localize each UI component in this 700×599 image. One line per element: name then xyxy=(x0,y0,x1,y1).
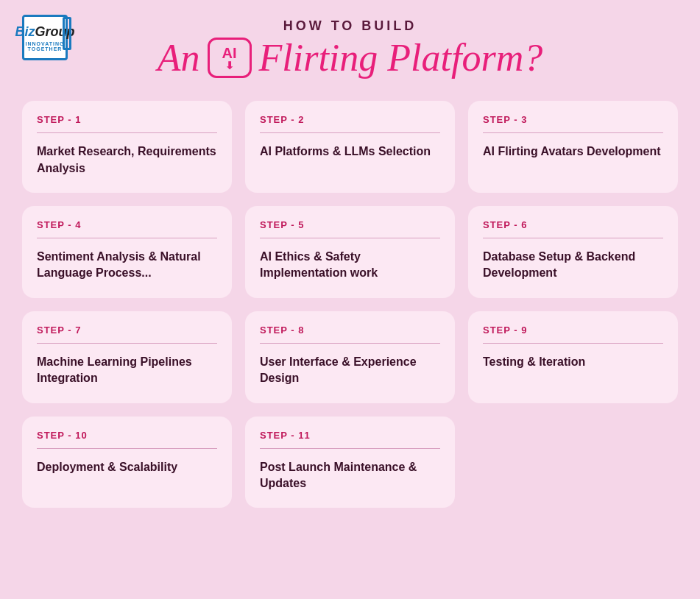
step-card-3: STEP - 3AI Flirting Avatars Development xyxy=(468,101,678,193)
ai-badge-arrow: ⬇ xyxy=(225,60,234,71)
step-title-3: AI Flirting Avatars Development xyxy=(483,143,663,160)
title-section: HOW TO BUILD An AI ⬇ Flirting Platform? xyxy=(158,15,542,79)
step-label-10: STEP - 10 xyxy=(37,430,217,441)
step-label-8: STEP - 8 xyxy=(260,325,440,336)
step-label-6: STEP - 6 xyxy=(483,219,663,230)
step-card-7: STEP - 7Machine Learning Pipelines Integ… xyxy=(22,311,232,403)
step-card-6: STEP - 6Database Setup & Backend Develop… xyxy=(468,206,678,298)
step-label-7: STEP - 7 xyxy=(37,325,217,336)
title-part2: Flirting Platform? xyxy=(259,37,543,79)
step-card-11: STEP - 11Post Launch Maintenance & Updat… xyxy=(245,417,455,508)
logo-biz-text: Biz xyxy=(15,24,35,40)
steps-grid: STEP - 1Market Research, Requirements An… xyxy=(22,101,678,508)
step-label-4: STEP - 4 xyxy=(37,219,217,230)
step-label-5: STEP - 5 xyxy=(260,219,440,230)
step-divider-8 xyxy=(260,343,440,344)
logo-corner-decoration xyxy=(63,17,71,50)
step-divider-4 xyxy=(37,238,217,238)
step-label-3: STEP - 3 xyxy=(483,114,663,125)
step-title-9: Testing & Iteration xyxy=(483,354,663,370)
step-card-1: STEP - 1Market Research, Requirements An… xyxy=(22,101,232,193)
step-card-8: STEP - 8User Interface & Experience Desi… xyxy=(245,311,455,403)
step-label-1: STEP - 1 xyxy=(37,114,217,125)
step-divider-1 xyxy=(37,132,217,133)
step-card-9: STEP - 9Testing & Iteration xyxy=(468,311,678,403)
ai-badge-text: AI xyxy=(222,46,237,60)
main-title: An AI ⬇ Flirting Platform? xyxy=(158,37,542,79)
step-label-11: STEP - 11 xyxy=(260,430,440,441)
step-divider-2 xyxy=(260,132,440,133)
subtitle: HOW TO BUILD xyxy=(158,18,542,34)
step-title-11: Post Launch Maintenance & Updates xyxy=(260,459,440,492)
step-card-10: STEP - 10Deployment & Scalability xyxy=(22,417,232,508)
logo: Biz Group INNOVATING TOGETHER xyxy=(22,15,68,60)
step-title-1: Market Research, Requirements Analysis xyxy=(37,143,217,177)
step-title-7: Machine Learning Pipelines Integration xyxy=(37,354,217,387)
step-divider-6 xyxy=(483,238,663,238)
step-card-2: STEP - 2AI Platforms & LLMs Selection xyxy=(245,101,455,193)
step-divider-3 xyxy=(483,132,663,133)
step-title-5: AI Ethics & Safety Implementation work xyxy=(260,249,440,282)
page-header: Biz Group INNOVATING TOGETHER HOW TO BUI… xyxy=(22,15,678,79)
step-label-9: STEP - 9 xyxy=(483,325,663,336)
step-title-4: Sentiment Analysis & Natural Language Pr… xyxy=(37,249,217,282)
step-divider-11 xyxy=(260,448,440,449)
step-divider-9 xyxy=(483,343,663,344)
step-divider-7 xyxy=(37,343,217,344)
title-part1: An xyxy=(158,37,200,79)
step-card-5: STEP - 5AI Ethics & Safety Implementatio… xyxy=(245,206,455,298)
step-divider-5 xyxy=(260,238,440,238)
step-label-2: STEP - 2 xyxy=(260,114,440,125)
logo-box: Biz Group INNOVATING TOGETHER xyxy=(22,15,68,60)
ai-badge: AI ⬇ xyxy=(208,38,252,78)
step-title-6: Database Setup & Backend Development xyxy=(483,249,663,282)
step-title-8: User Interface & Experience Design xyxy=(260,354,440,387)
step-card-4: STEP - 4Sentiment Analysis & Natural Lan… xyxy=(22,206,232,298)
step-title-2: AI Platforms & LLMs Selection xyxy=(260,143,440,160)
step-title-10: Deployment & Scalability xyxy=(37,459,217,475)
step-divider-10 xyxy=(37,448,217,449)
